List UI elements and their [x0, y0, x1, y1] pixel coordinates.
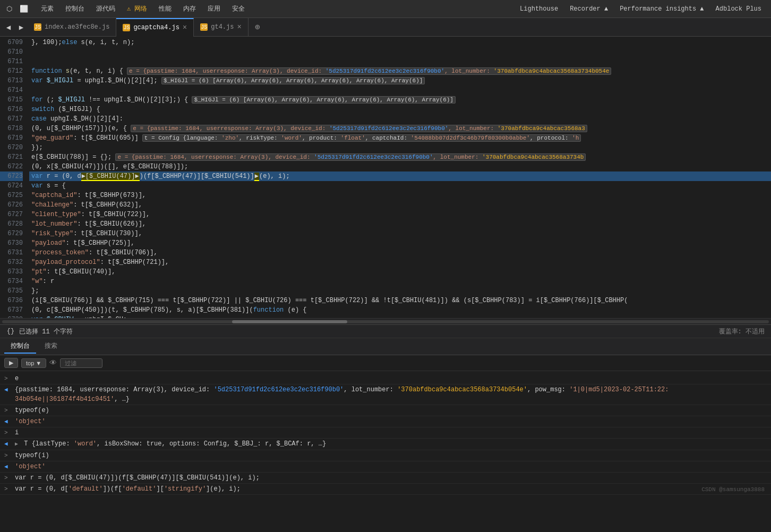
console-line-3: > typeof(e) [0, 405, 771, 416]
code-line-6714 [29, 85, 771, 95]
execute-icon: ▶ [9, 359, 13, 366]
console-line-8: ◀ 'object' [0, 461, 771, 473]
console-output: > e ◀ {passtime: 1684, userresponse: Arr… [0, 371, 771, 497]
console-line-9: > var r = (0, d[$_CBHIU(47)])(f[$_CBHHP(… [0, 473, 771, 484]
code-line-6725: "captcha_id": t[$_CBHHP(673)], [29, 191, 771, 200]
code-line-6735: }; [29, 286, 771, 296]
output-arrow-2: ◀ [4, 385, 11, 394]
tab-label-index: index.ae3fec8e.js [45, 23, 109, 31]
console-text-2b: 34b054e||361874f4b41c9451', …} [15, 394, 767, 404]
input-arrow-1: > [4, 374, 11, 383]
console-text-10: var r = (0, d['default'])(f['default']['… [15, 484, 767, 494]
code-line-6723: var r = (0, d▶[$_CBHIU(47)]▶)(f[$_CBHHP(… [29, 171, 771, 181]
filter-input[interactable] [60, 358, 102, 368]
tab-search[interactable]: 搜索 [38, 339, 64, 354]
code-line-6726: "challenge": t[$_CBHHP(632)], [29, 200, 771, 210]
code-icon: {} [6, 327, 15, 336]
tab-close-gt4[interactable]: × [237, 23, 241, 31]
code-text[interactable]: }, 100);else s(e, i, t, n); function s(e… [29, 37, 771, 318]
status-bar: {} 已选择 11 个字符 覆盖率: 不适用 [0, 324, 771, 338]
menu-lighthouse[interactable]: Lighthouse [515, 3, 563, 15]
code-line-6709: }, 100);else s(e, i, t, n); [29, 38, 771, 47]
cursor-icon[interactable]: ⬡ [4, 4, 14, 14]
line-numbers: 6709 6710 6711 6712 6713 6714 6715 6716 … [0, 37, 29, 318]
console-line-4: ◀ 'object' [0, 416, 771, 427]
top-menubar: ⬡ ⬜ 元素 控制台 源代码 ⚠ 网络 性能 内存 应用 安全 Lighthou… [0, 0, 771, 18]
code-line-6716: switch ($_HIGJl) { [29, 105, 771, 114]
code-line-6736: (i[$_CBHIU(766)] && $_CBHHP(715) === t[$… [29, 296, 771, 305]
menu-memory[interactable]: 内存 [178, 2, 201, 15]
code-line-6720: }); [29, 143, 771, 152]
tab-nav-forward[interactable]: ▶ [15, 21, 28, 33]
menu-performance-insights[interactable]: Performance insights ▲ [614, 3, 709, 15]
menu-recorder[interactable]: Recorder ▲ [564, 3, 613, 15]
menu-console[interactable]: 控制台 [60, 2, 90, 15]
menu-adblock[interactable]: Adblock Plus [710, 3, 767, 15]
console-line-10: > var r = (0, d['default'])(f['default']… [0, 484, 771, 495]
coverage-status: 覆盖率: 不适用 [719, 327, 765, 336]
watermark: CSDN @samsunga3888 [701, 486, 765, 493]
menu-performance[interactable]: 性能 [153, 2, 177, 15]
menu-elements[interactable]: 元素 [36, 2, 59, 15]
output-arrow-6: ◀ [4, 439, 11, 449]
output-arrow-8: ◀ [4, 462, 11, 471]
code-line-6719: "gee_guard": t[$_CBHIU(695)] t = Config … [29, 133, 771, 143]
console-text-5: i [15, 428, 767, 437]
console-line-1: > e [0, 373, 771, 384]
code-line-6731: "process_token": t[$_CBHIU(706)], [29, 248, 771, 258]
console-text-7: typeof(i) [15, 451, 767, 460]
tab-label-gt4: gt4.js [211, 23, 234, 31]
code-line-6732: "payload_protocol": t[$_CBHHP(721)], [29, 258, 771, 267]
tab-close-gcaptcha[interactable]: × [183, 24, 187, 31]
tab-bar: ◀ ▶ JS index.ae3fec8e.js JS gcaptcha4.js… [0, 18, 771, 37]
code-line-6724: var s = { [29, 181, 771, 191]
code-line-6717: case uphgI.$_DH()[2][4]: [29, 114, 771, 124]
rect-icon[interactable]: ⬜ [18, 4, 30, 14]
execute-button[interactable]: ▶ [4, 358, 18, 368]
code-line-6712: function s(e, t, n, i) { e = {passtime: … [29, 66, 771, 76]
console-line-7: > typeof(i) [0, 450, 771, 461]
scrollbar-track [2, 320, 769, 323]
menu-application[interactable]: 应用 [202, 2, 226, 15]
selected-chars: 已选择 11 个字符 [19, 327, 73, 336]
tab-gcaptcha[interactable]: JS gcaptcha4.js × [116, 18, 194, 37]
console-line-5: > i [0, 427, 771, 439]
input-arrow-9: > [4, 473, 11, 483]
code-line-6721: e[$_CBHIU(788)] = {}; e = {passtime: 168… [29, 152, 771, 162]
tab-nav-back[interactable]: ◀ [2, 21, 15, 33]
console-toolbar: ▶ top ▼ 👁 [0, 355, 771, 371]
code-line-6734: "w": r [29, 277, 771, 286]
code-line-6727: "client_type": t[$_CBHIU(722)], [29, 210, 771, 219]
code-line-6728: "lot_number": t[$_CBHIU(626)], [29, 219, 771, 229]
tab-add-button[interactable]: ⊕ [251, 22, 264, 32]
code-line-6713: var $_HIGJl = uphgI.$_DH()[2][4]; $_HIGJ… [29, 76, 771, 85]
console-line-2: ◀ {passtime: 1684, userresponse: Array(3… [0, 384, 771, 405]
code-line-6729: "risk_type": t[$_CBHIU(730)], [29, 229, 771, 238]
tab-gt4[interactable]: JS gt4.js × [194, 18, 249, 37]
tab-icon-gt4: JS [200, 23, 208, 31]
input-arrow-3: > [4, 406, 11, 415]
output-arrow-4: ◀ [4, 417, 11, 426]
tab-index[interactable]: JS index.ae3fec8e.js [28, 18, 116, 37]
console-text-2: {passtime: 1684, userresponse: Array(3),… [15, 385, 767, 394]
menu-network[interactable]: ⚠ 网络 [122, 2, 152, 15]
console-text-3: typeof(e) [15, 406, 767, 415]
console-text-8: 'object' [15, 462, 767, 471]
eye-button[interactable]: 👁 [49, 359, 57, 367]
tab-label-gcaptcha: gcaptcha4.js [133, 24, 179, 31]
code-line-6733: "pt": t[$_CBHIU(740)], [29, 267, 771, 277]
console-line-6: ◀ ▶ T {lastType: 'word', isBoxShow: true… [0, 439, 771, 450]
console-tab-bar: 控制台 搜索 [0, 338, 771, 355]
scope-selector[interactable]: top ▼ [21, 358, 46, 368]
menu-sources[interactable]: 源代码 [91, 2, 121, 15]
menu-security[interactable]: 安全 [227, 2, 250, 15]
console-panel: 控制台 搜索 ▶ top ▼ 👁 > e ◀ {passtime: 1684, … [0, 338, 771, 497]
tab-icon-index: JS [34, 23, 41, 31]
scrollbar-thumb [232, 320, 347, 323]
console-text-1: e [15, 374, 767, 383]
horizontal-scrollbar[interactable] [0, 318, 771, 324]
input-arrow-10: > [4, 484, 11, 494]
tab-console[interactable]: 控制台 [4, 339, 36, 354]
code-editor: 6709 6710 6711 6712 6713 6714 6715 6716 … [0, 37, 771, 318]
code-line-6722: (0, x[$_CBHIU(47)])([], e[$_CBHIU(788)])… [29, 162, 771, 171]
